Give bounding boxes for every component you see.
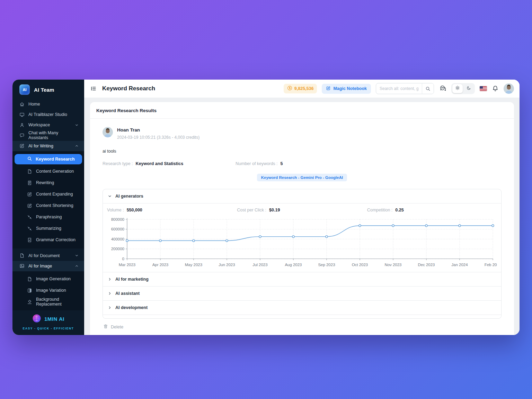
svg-text:Nov 2023: Nov 2023	[384, 263, 401, 267]
credits-count: 9,825,536	[294, 86, 314, 91]
brand-name: 1MIN AI	[44, 316, 64, 322]
app-window: AI AI Team Home AI Trailblazer Studio Wo…	[12, 80, 520, 335]
sidebar-item-keyword-research[interactable]: Keyword Research	[15, 154, 82, 164]
sidebar-item-content-expanding[interactable]: Content Expanding	[12, 189, 84, 200]
sidebar-item-label: AI Trailblazer Studio	[28, 112, 67, 117]
light-mode-button[interactable]	[452, 84, 463, 93]
volume-value: 550,000	[127, 208, 142, 212]
sidebar-item-label: Content Generation	[36, 169, 74, 174]
svg-text:Oct 2023: Oct 2023	[352, 263, 368, 267]
sidebar-item-label: Summarizing	[36, 226, 61, 231]
svg-text:0: 0	[122, 257, 124, 261]
delete-button[interactable]: Delete	[103, 319, 502, 335]
credits-badge[interactable]: 9,825,536	[284, 84, 317, 93]
chevron-up-icon	[75, 264, 79, 268]
magic-notebook-button[interactable]: Magic Notebook	[322, 84, 371, 94]
app-name: AI Team	[34, 87, 54, 93]
sidebar-item-summarizing[interactable]: Summarizing	[12, 223, 84, 234]
meta-row: Research type : Keyword and Statistics N…	[103, 161, 502, 166]
delete-label: Delete	[111, 325, 123, 329]
document-icon	[27, 169, 32, 174]
magic-notebook-label: Magic Notebook	[333, 86, 367, 91]
accordion-item-ai-tools-small-business[interactable]: AI tools for small business	[103, 315, 501, 319]
dark-mode-button[interactable]	[463, 84, 474, 93]
main-area: Keyword Research 9,825,536 Magic Noteboo…	[84, 80, 520, 335]
accordion-label: AI for marketing	[115, 277, 149, 282]
image-submenu: Image Generation Image Variation Backgro…	[12, 271, 84, 310]
results-card-title: Keyword Research Results	[90, 102, 514, 119]
feedback-chat-icon[interactable]	[439, 85, 446, 92]
sidebar-item-label: Paraphrasing	[36, 215, 62, 219]
competition-value: 0.25	[395, 208, 404, 212]
search-submit-button[interactable]	[422, 83, 434, 94]
1min-ai-logo	[32, 314, 41, 324]
line-chart: 0200000400000600000800000Mar 2023Apr 202…	[107, 216, 497, 269]
collapse-sidebar-icon[interactable]	[90, 85, 97, 92]
edit-icon	[27, 203, 32, 208]
page-title: Keyword Research	[102, 85, 155, 92]
keywords-count-label: Number of keywords :	[236, 161, 278, 166]
svg-text:600000: 600000	[111, 227, 124, 231]
monitor-icon	[19, 112, 25, 117]
sidebar-item-background-replacement[interactable]: Background Replacement	[12, 296, 84, 308]
sidebar-item-workspace[interactable]: Workspace	[12, 120, 84, 130]
search-input[interactable]	[376, 86, 422, 91]
accordion-body: Volume :550,000 Cost per Click :$0.19 Co…	[103, 203, 501, 272]
sidebar-item-content-generation[interactable]: Content Generation	[12, 166, 84, 177]
chevron-up-icon	[75, 144, 79, 148]
sidebar-item-label: Keyword Research	[36, 157, 75, 162]
accordion-label: AI development	[115, 305, 148, 310]
sidebar-item-label: Content Shortening	[36, 203, 73, 208]
sidebar-item-label: Image Generation	[36, 276, 71, 281]
accordion-item-ai-assistant[interactable]: AI assistant	[103, 287, 501, 300]
sidebar-item-trailblazer-studio[interactable]: AI Trailblazer Studio	[12, 109, 84, 120]
research-type-label: Research type :	[103, 161, 133, 166]
svg-text:200000: 200000	[111, 247, 124, 251]
chevron-down-icon	[75, 123, 79, 127]
sidebar-item-home[interactable]: Home	[12, 99, 84, 109]
notifications-bell-icon[interactable]	[492, 85, 499, 92]
cpc-value: $0.19	[269, 208, 280, 212]
document-icon	[27, 276, 32, 282]
sidebar-item-label: Grammar Correction	[36, 237, 76, 242]
sidebar: AI AI Team Home AI Trailblazer Studio Wo…	[12, 80, 84, 335]
svg-text:Jun 2023: Jun 2023	[219, 263, 235, 267]
svg-text:Jul 2023: Jul 2023	[252, 263, 267, 267]
sidebar-item-label: Home	[28, 102, 40, 107]
svg-text:Jan 2024: Jan 2024	[451, 263, 468, 267]
keywords-accordion: AI generators Volume :550,000 Cost per C…	[103, 189, 502, 319]
sidebar-item-ai-for-document[interactable]: AI for Document	[12, 251, 84, 261]
accordion-item-ai-generators[interactable]: AI generators	[103, 189, 501, 203]
accordion-item-ai-development[interactable]: AI development	[103, 301, 501, 315]
app-logo-row[interactable]: AI AI Team	[12, 80, 84, 99]
competition-label: Competition :	[367, 208, 393, 212]
app-logo-icon: AI	[19, 84, 30, 95]
accordion-item-ai-for-marketing[interactable]: AI for marketing	[103, 272, 501, 286]
sidebar-footer: 1MIN AI EASY - QUICK - EFFICIENT	[12, 310, 84, 335]
model-badge[interactable]: Keyword Research - Gemini Pro - GoogleAI	[257, 174, 347, 181]
sidebar-item-ai-for-image[interactable]: AI for Image	[12, 261, 84, 271]
sidebar-item-image-generation[interactable]: Image Generation	[12, 273, 84, 285]
sidebar-item-ai-for-writing[interactable]: AI for Writing	[12, 141, 84, 151]
compress-arrows-icon	[27, 226, 32, 231]
result-user-row: Hoan Tran 2024-03-19 10:05:21 (3.326s - …	[103, 127, 502, 140]
sidebar-item-content-shortening[interactable]: Content Shortening	[12, 200, 84, 211]
results-card: Keyword Research Results Hoan Tran 2024-…	[90, 102, 514, 335]
user-avatar[interactable]	[504, 83, 514, 94]
edit-icon	[19, 143, 25, 148]
research-type-value: Keyword and Statistics	[136, 161, 184, 166]
document-edit-icon	[27, 180, 32, 185]
svg-text:400000: 400000	[111, 237, 124, 241]
sidebar-item-label: Workspace	[28, 123, 50, 127]
sidebar-item-grammar-correction[interactable]: Grammar Correction	[12, 234, 84, 246]
sidebar-item-chat-assistants[interactable]: Chat with Many Assistants	[12, 130, 84, 140]
svg-text:Dec 2023: Dec 2023	[418, 263, 435, 267]
language-flag-us[interactable]	[480, 86, 487, 91]
sidebar-item-image-variation[interactable]: Image Variation	[12, 285, 84, 296]
sun-icon	[455, 85, 460, 92]
sidebar-item-rewriting[interactable]: Rewriting	[12, 177, 84, 189]
sidebar-item-paraphrasing[interactable]: Paraphrasing	[12, 211, 84, 223]
result-user-avatar	[103, 127, 113, 137]
edit-icon	[27, 192, 32, 197]
compress-arrows-icon	[27, 215, 32, 220]
